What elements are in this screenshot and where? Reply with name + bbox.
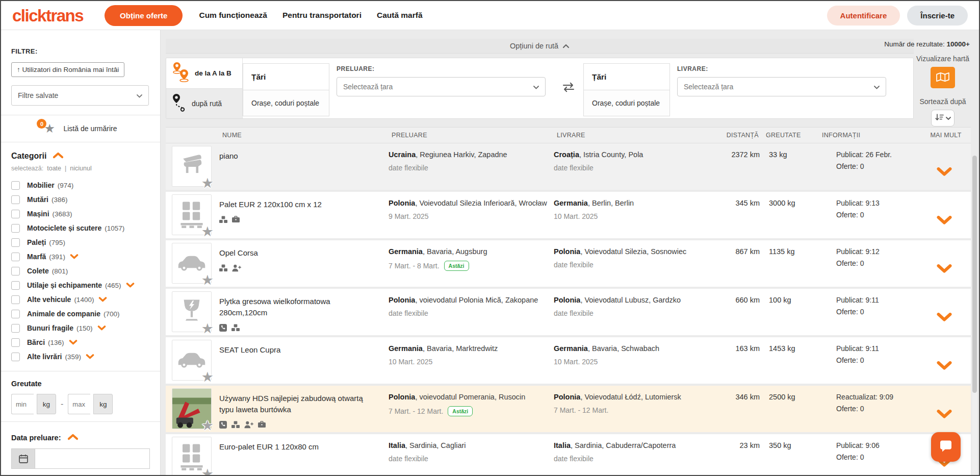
expand-row-button[interactable]: [937, 252, 952, 287]
calendar-icon[interactable]: [11, 448, 35, 469]
chevron-down-icon[interactable]: [98, 297, 107, 302]
category-label: Mașini: [27, 210, 49, 218]
priority-users-button[interactable]: ↑ Utilizatori din România mai întâi: [11, 62, 124, 77]
pickup-tab-countries[interactable]: Țări: [243, 63, 329, 90]
category-checkbox[interactable]: [11, 267, 20, 275]
category-item[interactable]: Colete(801): [11, 264, 150, 278]
star-icon[interactable]: ★: [201, 419, 214, 433]
star-icon[interactable]: ★: [201, 225, 214, 239]
category-checkbox[interactable]: [11, 238, 20, 247]
nav-search-freight[interactable]: Caută marfă: [377, 11, 423, 20]
star-icon[interactable]: ★: [201, 177, 214, 190]
category-checkbox[interactable]: [11, 295, 20, 304]
category-checkbox[interactable]: [11, 195, 20, 204]
tab-by-route[interactable]: după rută: [166, 88, 242, 119]
delivery-route-group: Țări Orașe, coduri poștale LIVRARE: Sele…: [583, 58, 894, 118]
star-icon[interactable]: ★: [201, 467, 214, 476]
delivery-location-rest: , Bavaria, Schwabach: [588, 344, 659, 353]
category-count: (386): [51, 196, 68, 204]
category-checkbox[interactable]: [11, 210, 20, 218]
category-item[interactable]: Bunuri fragile(150): [11, 321, 150, 335]
collapse-pickup-date-button[interactable]: [67, 433, 79, 442]
expand-row-button[interactable]: [937, 155, 952, 190]
category-item[interactable]: Mutări(386): [11, 192, 150, 207]
listing-row[interactable]: ★pianoUcraina, Regiunea Harkiv, Zapadned…: [166, 143, 971, 190]
category-item[interactable]: Motociclete și scutere(1057): [11, 221, 150, 235]
nav-how-it-works[interactable]: Cum funcționează: [199, 11, 267, 20]
thumbnail-car[interactable]: ★: [172, 243, 212, 284]
swap-directions-icon[interactable]: [562, 82, 575, 94]
category-item[interactable]: Bărci(136): [11, 335, 150, 349]
category-item[interactable]: Paleți(795): [11, 235, 150, 249]
thumbnail-euro-pallet[interactable]: ★: [172, 437, 212, 476]
chevron-down-icon[interactable]: [86, 354, 94, 359]
category-checkbox[interactable]: [11, 224, 20, 233]
star-icon[interactable]: ★: [201, 322, 214, 336]
expand-row-button[interactable]: [937, 300, 952, 335]
category-item[interactable]: Animale de companie(700): [11, 307, 150, 321]
category-item[interactable]: Alte livrări(359): [11, 349, 150, 364]
pickup-country-select[interactable]: Selectează țara: [337, 77, 546, 96]
category-item[interactable]: Mașini(3683): [11, 207, 150, 221]
signup-button[interactable]: Înscrie-te: [907, 6, 968, 26]
listing-row[interactable]: ★Euro-palet EUR 1 120x80 cmItalia, Sardi…: [166, 434, 971, 476]
saved-filters-select[interactable]: Filtre salvate: [11, 85, 149, 106]
category-item[interactable]: Marfă(391): [11, 249, 150, 264]
category-checkbox[interactable]: [11, 253, 20, 261]
chevron-down-icon[interactable]: [69, 340, 78, 345]
thumbnail-euro-pallet[interactable]: ★: [172, 194, 212, 235]
get-offers-button[interactable]: Obține oferte: [105, 5, 183, 26]
sort-button[interactable]: [931, 110, 955, 127]
star-icon[interactable]: ★: [201, 273, 214, 287]
scrollbar-thumb[interactable]: [972, 156, 977, 393]
category-checkbox[interactable]: [11, 338, 20, 347]
thumbnail-fragile-glass[interactable]: ★: [172, 291, 212, 332]
select-all-link[interactable]: toate: [47, 165, 61, 172]
pickup-location: Italia, Sardinia, Cagliari: [389, 441, 554, 449]
chevron-down-icon[interactable]: [70, 254, 79, 259]
category-checkbox[interactable]: [11, 353, 20, 361]
expand-row-button[interactable]: [937, 397, 952, 432]
thumbnail-crane-photo[interactable]: ★: [172, 388, 212, 429]
listing-row[interactable]: ★Plytka gresowa wielkoformatowa 280cm,12…: [166, 289, 971, 335]
category-item[interactable]: Utilaje și echipamente(465): [11, 278, 150, 292]
nav-for-carriers[interactable]: Pentru transportatori: [282, 11, 362, 20]
chat-launcher-button[interactable]: [931, 432, 961, 462]
clicktrans-logo[interactable]: clicktrans: [12, 7, 83, 24]
weight-max-input[interactable]: [68, 394, 90, 414]
listing-row[interactable]: ★Używany HDS najlepiej zabudową otwartą …: [166, 386, 971, 432]
weight-min-input[interactable]: [11, 394, 34, 414]
route-options-toggle[interactable]: Opțiuni de rută: [166, 39, 914, 54]
collapse-categories-button[interactable]: [53, 152, 64, 161]
category-checkbox[interactable]: [11, 281, 20, 290]
map-view-label: Vizualizare hartă: [912, 55, 974, 63]
pickup-tab-cities[interactable]: Orașe, coduri poștale: [243, 90, 329, 116]
star-icon[interactable]: ★: [201, 370, 214, 384]
listing-row[interactable]: ★SEAT Leon CupraGermania, Bavaria, Markt…: [166, 337, 971, 384]
expand-row-button[interactable]: [937, 203, 952, 238]
listing-row[interactable]: ★Palet EUR 2 120x100 cm x 12Polonia, Voi…: [166, 192, 971, 238]
results-list: ★pianoUcraina, Regiunea Harkiv, Zapadned…: [166, 143, 971, 476]
watchlist-link[interactable]: 0 ★ Listă de urmărire: [1, 115, 160, 142]
category-checkbox[interactable]: [11, 324, 20, 333]
map-icon: [936, 72, 949, 84]
delivery-country-select[interactable]: Selectează țara: [677, 77, 886, 96]
category-checkbox[interactable]: [11, 181, 20, 190]
pickup-date-input[interactable]: [35, 448, 150, 469]
delivery-tab-countries[interactable]: Țări: [583, 63, 670, 90]
delivery-tab-cities[interactable]: Orașe, coduri poștale: [583, 90, 670, 116]
listing-row[interactable]: ★Opel CorsaGermania, Bavaria, Augsburg7 …: [166, 240, 971, 287]
tab-from-a-to-b[interactable]: de la A la B: [166, 58, 242, 88]
category-checkbox[interactable]: [11, 310, 20, 318]
chevron-down-icon[interactable]: [97, 325, 106, 331]
chevron-down-icon[interactable]: [126, 283, 135, 288]
map-view-button[interactable]: [931, 67, 955, 88]
delivery-country-placeholder: Selectează țara: [684, 83, 733, 91]
login-button[interactable]: Autentificare: [827, 6, 900, 26]
thumbnail-car[interactable]: ★: [172, 340, 212, 381]
select-none-link[interactable]: niciunul: [70, 165, 91, 172]
thumbnail-piano[interactable]: ★: [172, 146, 212, 187]
category-item[interactable]: Mobilier(974): [11, 178, 150, 192]
category-item[interactable]: Alte vehicule(1400): [11, 292, 150, 307]
expand-row-button[interactable]: [937, 348, 952, 384]
